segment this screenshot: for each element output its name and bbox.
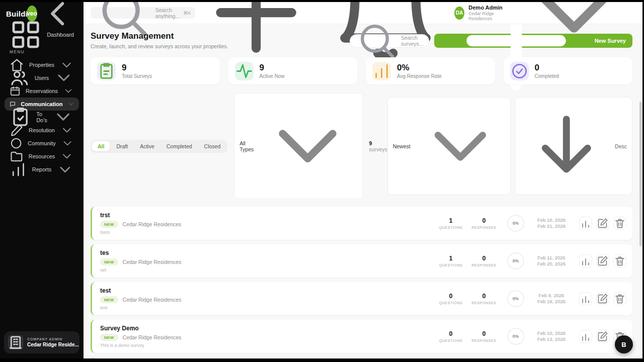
questions-label: QUESTIONS xyxy=(434,226,467,229)
survey-row[interactable]: Survey Demo NEW Cedar Ridge Residences T… xyxy=(91,320,632,353)
analytics-button[interactable] xyxy=(579,254,592,267)
new-survey-button[interactable]: New Survey xyxy=(434,34,632,48)
sort-order-button[interactable]: Desc xyxy=(515,97,632,196)
survey-start-date: Feb 10, 2026 xyxy=(531,330,572,336)
type-filter-select[interactable]: All Types xyxy=(234,93,363,199)
survey-row[interactable]: tes NEW Cedar Ridge Residences set 1 QUE… xyxy=(91,244,632,278)
survey-title: trst xyxy=(100,212,434,219)
grid-icon xyxy=(10,19,42,51)
activity-icon xyxy=(235,62,254,80)
survey-search-placeholder: Search surveys... xyxy=(401,35,424,47)
status-tab[interactable]: Completed xyxy=(161,141,198,151)
status-badge: NEW xyxy=(100,258,118,265)
analytics-button[interactable] xyxy=(579,330,592,343)
analytics-button[interactable] xyxy=(579,292,592,305)
survey-start-date: Feb 10, 2026 xyxy=(531,217,572,223)
bar-chart-icon xyxy=(10,161,27,178)
questions-label: QUESTIONS xyxy=(434,339,467,342)
user-org: Cedar Ridge Residences xyxy=(468,11,509,21)
sidebar-item[interactable]: To Do's xyxy=(5,111,79,124)
sort-value: Newest xyxy=(393,143,411,149)
responses-label: RESPONSES xyxy=(467,301,501,305)
analytics-button[interactable] xyxy=(579,217,592,230)
survey-row[interactable]: test NEW Cedar Ridge Residences test 0 Q… xyxy=(91,357,632,358)
sidebar-item[interactable]: Users xyxy=(5,71,79,84)
sidebar-item-label: Resources xyxy=(29,153,55,159)
response-rate-ring: 0% xyxy=(507,290,524,307)
survey-row[interactable]: test NEW Cedar Ridge Residences test 0 Q… xyxy=(91,282,632,315)
sidebar-item-label: Community xyxy=(28,140,56,146)
edit-button[interactable] xyxy=(596,217,609,230)
check-circle-icon xyxy=(510,62,529,80)
status-tab[interactable]: Active xyxy=(134,141,160,151)
survey-list: trst NEW Cedar Ridge Residences tsets 1 … xyxy=(91,207,632,358)
global-search-placeholder: Search anything... xyxy=(155,7,180,19)
sidebar-item-label: To Do's xyxy=(36,111,47,123)
pen-icon xyxy=(10,123,24,137)
edit-button[interactable] xyxy=(596,254,609,267)
survey-title: tes xyxy=(100,249,434,256)
sidebar-item-dashboard[interactable]: Dashboard xyxy=(5,28,79,41)
delete-button[interactable] xyxy=(613,292,626,305)
chevron-down-icon xyxy=(56,161,74,178)
sort-controls: Newest Desc xyxy=(387,97,632,196)
survey-row[interactable]: trst NEW Cedar Ridge Residences tsets 1 … xyxy=(91,207,632,240)
bar-chart-icon xyxy=(372,62,391,80)
survey-start-date: Feb 9, 2026 xyxy=(531,293,572,299)
sidebar: Buildi veo Dashboard MENU Properties Use… xyxy=(0,2,84,358)
users-icon xyxy=(10,68,30,88)
status-badge: NEW xyxy=(100,221,118,228)
survey-count: 9 surveys xyxy=(369,140,387,152)
status-badge: NEW xyxy=(100,334,118,341)
responses-label: RESPONSES xyxy=(467,339,501,342)
sidebar-item-label: Reports xyxy=(32,166,52,172)
sidebar-item-label: Properties xyxy=(29,62,54,68)
page-header: Survey Management Create, launch, and re… xyxy=(91,31,632,49)
stat-label: Completed xyxy=(535,73,559,79)
global-search-input[interactable]: Search anything... ⌘K xyxy=(91,7,195,19)
response-rate-ring: 0% xyxy=(507,328,524,345)
chat-fab-button[interactable]: B xyxy=(615,335,633,353)
status-tab[interactable]: All xyxy=(92,141,110,151)
stat-card: 9 Active Now xyxy=(228,57,358,84)
status-tab[interactable]: Draft xyxy=(111,141,133,151)
responses-count: 0 xyxy=(467,293,501,300)
company-switcher[interactable]: COMPANY ADMIN Cedar Ridge Reside... xyxy=(4,331,79,353)
stat-value: 9 xyxy=(260,63,285,72)
stat-label: Active Now xyxy=(260,73,285,79)
chevron-down-icon xyxy=(63,85,74,97)
responses-label: RESPONSES xyxy=(467,263,501,267)
questions-count: 1 xyxy=(434,255,467,262)
response-rate-ring: 0% xyxy=(507,252,524,269)
status-tab[interactable]: Closed xyxy=(199,141,226,151)
company-name: Cedar Ridge Reside... xyxy=(27,342,79,347)
filter-row: All Draft Active Completed Closed All Ty… xyxy=(91,93,632,199)
building-icon xyxy=(8,335,23,350)
survey-count-label: surveys xyxy=(369,146,387,152)
sidebar-item[interactable]: Community xyxy=(5,137,79,150)
survey-property: Cedar Ridge Residences xyxy=(123,259,182,265)
scrollbar-thumb[interactable] xyxy=(639,102,642,246)
survey-description: tsets xyxy=(100,230,434,235)
edit-button[interactable] xyxy=(596,292,609,305)
page-title: Survey Management xyxy=(91,31,228,41)
delete-button[interactable] xyxy=(613,217,626,230)
clipboard-icon xyxy=(97,62,116,80)
sidebar-item[interactable]: Reservations xyxy=(5,84,79,98)
search-shortcut: ⌘K xyxy=(183,11,191,16)
survey-title: test xyxy=(100,287,434,294)
edit-button[interactable] xyxy=(596,330,609,343)
chevron-down-icon xyxy=(60,123,74,137)
company-role-label: COMPANY ADMIN xyxy=(27,337,79,341)
sort-select[interactable]: Newest xyxy=(387,97,511,196)
questions-count: 0 xyxy=(434,330,467,337)
header-actions: Search surveys... New Survey xyxy=(350,34,632,48)
survey-start-date: Feb 11, 2026 xyxy=(531,255,572,261)
responses-count: 0 xyxy=(467,217,501,224)
delete-button[interactable] xyxy=(613,254,626,267)
type-filter-value: All Types xyxy=(239,140,254,152)
sidebar-item[interactable]: Reports xyxy=(5,163,79,176)
survey-search-input[interactable]: Search surveys... xyxy=(350,34,429,48)
sidebar-item[interactable]: Resolution xyxy=(5,124,79,137)
main-content: Survey Management Create, launch, and re… xyxy=(84,24,642,358)
